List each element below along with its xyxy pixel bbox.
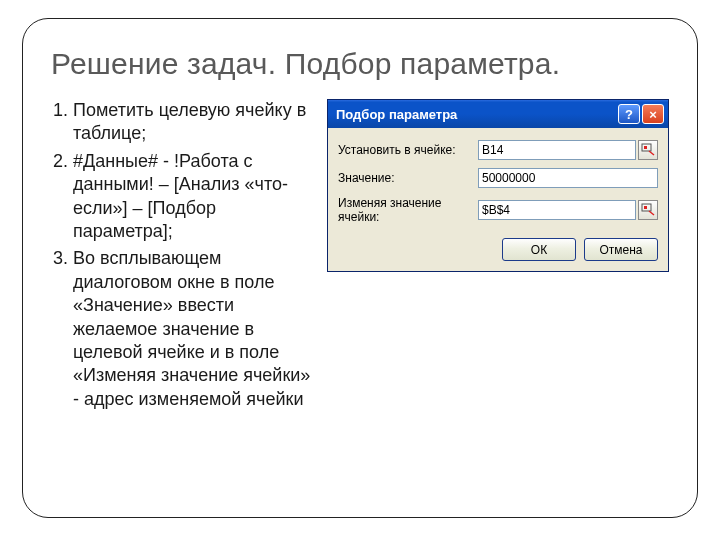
label-by-changing: Изменяя значение ячейки: xyxy=(338,196,478,224)
step-item: #Данные# - !Работа с данными! – [Анализ … xyxy=(73,150,311,244)
slide-title: Решение задач. Подбор параметра. xyxy=(51,47,669,81)
ref-picker-set-cell[interactable] xyxy=(638,140,658,160)
cancel-button[interactable]: Отмена xyxy=(584,238,658,261)
input-by-changing[interactable] xyxy=(478,200,636,220)
input-set-cell[interactable] xyxy=(478,140,636,160)
cancel-label: Отмена xyxy=(599,243,642,257)
svg-rect-1 xyxy=(644,146,647,149)
ok-button[interactable]: ОК xyxy=(502,238,576,261)
row-set-cell: Установить в ячейке: xyxy=(338,140,658,160)
ref-picker-icon xyxy=(641,202,655,218)
ok-label: ОК xyxy=(531,243,547,257)
step-item: Пометить целевую ячейку в таблице; xyxy=(73,99,311,146)
label-to-value: Значение: xyxy=(338,171,478,185)
row-by-changing: Изменяя значение ячейки: xyxy=(338,196,658,224)
goal-seek-dialog: Подбор параметра ? × Установить в ячейке… xyxy=(327,99,669,272)
dialog-button-row: ОК Отмена xyxy=(338,238,658,261)
step-text: Во всплывающем диалоговом окне в поле «З… xyxy=(73,248,310,408)
steps-list: Пометить целевую ячейку в таблице; #Данн… xyxy=(51,99,311,415)
ref-picker-by-changing[interactable] xyxy=(638,200,658,220)
dialog-body: Установить в ячейке: Значение: Изменяя з… xyxy=(328,128,668,271)
slide-frame: Решение задач. Подбор параметра. Пометит… xyxy=(22,18,698,518)
ref-picker-icon xyxy=(641,142,655,158)
content-row: Пометить целевую ячейку в таблице; #Данн… xyxy=(51,99,669,415)
svg-rect-3 xyxy=(644,206,647,209)
help-icon: ? xyxy=(625,107,633,122)
close-icon: × xyxy=(649,107,657,122)
label-set-cell: Установить в ячейке: xyxy=(338,143,478,157)
step-text: #Данные# - !Работа с данными! – [Анализ … xyxy=(73,151,288,241)
step-text: Пометить целевую ячейку в таблице; xyxy=(73,100,306,143)
dialog-title: Подбор параметра xyxy=(336,107,616,122)
titlebar[interactable]: Подбор параметра ? × xyxy=(328,100,668,128)
step-item: Во всплывающем диалоговом окне в поле «З… xyxy=(73,247,311,411)
row-to-value: Значение: xyxy=(338,168,658,188)
close-button[interactable]: × xyxy=(642,104,664,124)
input-to-value[interactable] xyxy=(478,168,658,188)
help-button[interactable]: ? xyxy=(618,104,640,124)
